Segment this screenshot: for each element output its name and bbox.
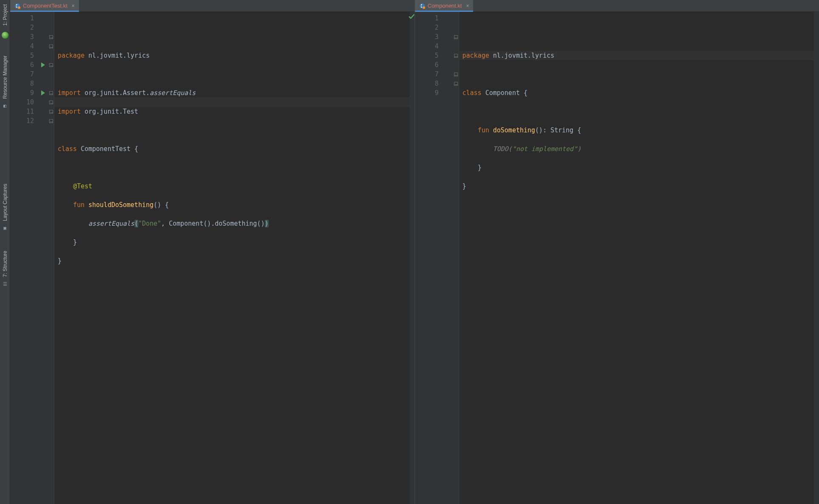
tab-componenttest[interactable]: ComponentTest.kt × xyxy=(10,0,79,11)
editor-pane-right: Component.kt × 1 2 3 4 5 6 7 8 9 xyxy=(415,0,819,504)
fold-icon xyxy=(454,73,458,76)
code-area-left[interactable]: 1 2 3 4 5 6 7 8 9 10 11 12 xyxy=(10,12,415,504)
left-tool-strip: 1: Project Resource Manager ◧ Layout Cap… xyxy=(0,0,10,504)
android-studio-icon xyxy=(2,32,8,39)
fold-icon xyxy=(49,45,53,48)
fold-icon xyxy=(49,119,53,123)
tab-label: Component.kt xyxy=(428,3,462,9)
tab-label: ComponentTest.kt xyxy=(23,3,67,9)
fold-icon xyxy=(49,63,53,67)
fold-icon xyxy=(49,91,53,95)
run-test-marker[interactable] xyxy=(37,88,48,98)
fold-icon xyxy=(454,35,458,39)
fold-icon xyxy=(454,82,458,86)
run-class-marker[interactable] xyxy=(37,60,48,70)
analysis-strip-right xyxy=(814,12,819,504)
svg-point-1 xyxy=(18,6,20,9)
fold-gutter xyxy=(453,12,459,504)
app-root: 1: Project Resource Manager ◧ Layout Cap… xyxy=(0,0,819,504)
tool-window-layout-captures[interactable]: Layout Captures xyxy=(2,182,8,223)
tool-window-project[interactable]: 1: Project xyxy=(2,3,8,28)
run-gutter xyxy=(37,12,48,504)
analysis-strip-left xyxy=(410,12,415,504)
line-number-gutter: 1 2 3 4 5 6 7 8 9 xyxy=(415,12,442,504)
tool-window-structure[interactable]: 7: Structure xyxy=(2,249,8,279)
fold-icon xyxy=(49,35,53,39)
editor-splitter: ComponentTest.kt × 1 2 3 4 5 6 7 8 9 10 … xyxy=(10,0,819,504)
code-content-left[interactable]: package nl.jovmit.lyrics import org.juni… xyxy=(54,12,410,504)
close-icon[interactable]: × xyxy=(72,3,75,9)
code-content-right[interactable]: package nl.jovmit.lyrics class Component… xyxy=(459,12,814,504)
run-gutter xyxy=(442,12,453,504)
fold-icon xyxy=(49,110,53,114)
layout-captures-icon: ▣ xyxy=(2,225,8,231)
kotlin-file-icon xyxy=(14,3,20,9)
tab-component[interactable]: Component.kt × xyxy=(415,0,474,11)
structure-icon: ☰ xyxy=(2,281,8,287)
kotlin-file-icon xyxy=(419,3,425,9)
run-icon xyxy=(41,90,45,95)
fold-icon xyxy=(454,54,458,58)
line-number-gutter: 1 2 3 4 5 6 7 8 9 10 11 12 xyxy=(10,12,37,504)
fold-icon xyxy=(49,101,53,104)
close-icon[interactable]: × xyxy=(466,3,469,9)
fold-gutter xyxy=(48,12,54,504)
tab-bar-right: Component.kt × xyxy=(415,0,819,12)
resource-manager-icon: ◧ xyxy=(2,103,8,109)
editor-pane-left: ComponentTest.kt × 1 2 3 4 5 6 7 8 9 10 … xyxy=(10,0,415,504)
tab-bar-left: ComponentTest.kt × xyxy=(10,0,415,12)
tool-window-resource-manager[interactable]: Resource Manager xyxy=(2,54,8,101)
run-icon xyxy=(41,62,45,67)
svg-point-3 xyxy=(423,6,425,9)
analysis-ok-icon xyxy=(410,14,414,18)
code-area-right[interactable]: 1 2 3 4 5 6 7 8 9 xyxy=(415,12,819,504)
